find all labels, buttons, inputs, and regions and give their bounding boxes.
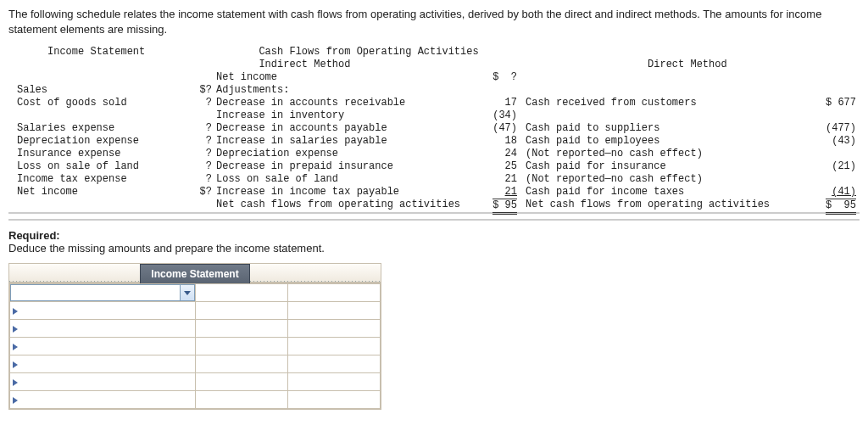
- amount-cell[interactable]: [287, 391, 380, 409]
- indirect-line: Increase in income tax payable: [216, 186, 399, 198]
- is-row-label: Salaries expense: [17, 122, 114, 134]
- triangle-icon: [13, 397, 18, 404]
- is-row-value: ?: [206, 160, 212, 172]
- is-row-value: $?: [200, 186, 212, 198]
- indirect-line: Increase in salaries payable: [216, 135, 387, 147]
- amount-cell[interactable]: [195, 338, 287, 355]
- indirect-line: Adjustments:: [216, 84, 289, 96]
- amount-cell[interactable]: [195, 355, 287, 373]
- tab-strip: [250, 263, 381, 283]
- indirect-value: 18: [505, 135, 517, 147]
- direct-value: $ 95: [826, 199, 856, 215]
- is-row-label: Net income: [17, 186, 78, 198]
- table-row: [10, 373, 381, 391]
- table-row: [10, 284, 381, 302]
- is-row-label: Loss on sale of land: [17, 160, 139, 172]
- amount-cell[interactable]: [287, 284, 380, 302]
- indirect-value: 25: [505, 160, 517, 172]
- required-heading: Required:: [8, 229, 60, 242]
- amount-cell[interactable]: [287, 320, 380, 338]
- cashflows-heading: Cash Flows from Operating Activities: [216, 46, 479, 58]
- direct-value: (21): [832, 160, 856, 172]
- indirect-value: (34): [492, 109, 517, 121]
- indirect-value: 21: [505, 186, 517, 198]
- required-text: Deduce the missing amounts and prepare t…: [8, 242, 325, 255]
- table-row: [10, 391, 381, 409]
- direct-line: Cash paid to suppliers: [526, 122, 659, 134]
- tab-income-statement[interactable]: Income Statement: [140, 264, 249, 283]
- item-cell[interactable]: [10, 338, 196, 355]
- table-row: [10, 355, 381, 373]
- triangle-icon: [13, 344, 18, 350]
- direct-value: $ 677: [826, 97, 856, 109]
- indirect-line: Increase in inventory: [216, 109, 344, 121]
- item-cell[interactable]: [10, 391, 196, 409]
- amount-cell[interactable]: [287, 338, 380, 355]
- tab-strip: [9, 263, 140, 283]
- direct-heading: Direct Method: [526, 59, 727, 70]
- direct-value: (43): [832, 135, 856, 147]
- direct-value: (477): [826, 122, 856, 134]
- item-cell[interactable]: [10, 320, 196, 338]
- indirect-line: Decrease in accounts receivable: [216, 97, 405, 109]
- amount-cell[interactable]: [287, 302, 380, 320]
- item-cell[interactable]: [10, 302, 196, 320]
- required-block: Required: Deduce the missing amounts and…: [8, 229, 860, 255]
- is-row-label: Insurance expense: [17, 148, 120, 160]
- triangle-icon: [13, 308, 18, 315]
- is-row-value: ?: [206, 97, 212, 109]
- is-row-label: Sales: [17, 84, 47, 96]
- indirect-line: Net income: [216, 71, 277, 83]
- dropdown-button[interactable]: [180, 284, 195, 301]
- problem-intro: The following schedule relates the incom…: [8, 7, 860, 37]
- is-row-value: ?: [206, 135, 212, 147]
- amount-cell[interactable]: [195, 302, 287, 320]
- item-dropdown-cell[interactable]: [10, 284, 196, 302]
- indirect-line: Net cash flows from operating activities: [216, 199, 460, 210]
- amount-cell[interactable]: [287, 355, 380, 373]
- indirect-line: Loss on sale of land: [216, 173, 338, 185]
- is-row-label: Depreciation expense: [17, 135, 139, 147]
- is-row-label: Cost of goods sold: [17, 97, 127, 109]
- is-row-value: $?: [200, 84, 212, 96]
- triangle-icon: [13, 379, 18, 386]
- table-row: [10, 302, 381, 320]
- direct-line: Cash received from customers: [526, 97, 697, 109]
- schedule: Income Statement Sales Cost of goods sol…: [8, 46, 860, 214]
- amount-cell[interactable]: [195, 284, 287, 302]
- direct-line: Cash paid to employees: [526, 135, 659, 147]
- dropdown-text[interactable]: [10, 284, 180, 301]
- direct-line: Net cash flows from operating activities: [526, 199, 770, 210]
- indirect-value: $ 95: [492, 199, 517, 215]
- indirect-value: 21: [505, 173, 517, 185]
- answer-area: Income Statement: [8, 263, 381, 410]
- indirect-line: Depreciation expense: [216, 148, 338, 160]
- table-row: [10, 320, 381, 338]
- direct-line: Cash paid for income taxes: [526, 186, 684, 198]
- triangle-icon: [13, 326, 18, 333]
- direct-line: (Not reported—no cash effect): [526, 148, 703, 160]
- table-row: [10, 338, 381, 355]
- income-statement-heading: Income Statement: [17, 46, 145, 58]
- income-statement-grid: [9, 283, 381, 409]
- divider: [8, 219, 860, 221]
- item-cell[interactable]: [10, 373, 196, 391]
- indirect-value: $ ?: [492, 71, 517, 83]
- indirect-value: (47): [492, 122, 517, 134]
- item-cell[interactable]: [10, 355, 196, 373]
- is-row-label: Income tax expense: [17, 173, 127, 185]
- amount-cell[interactable]: [195, 373, 287, 391]
- indirect-value: 24: [505, 148, 517, 160]
- direct-line: (Not reported—no cash effect): [526, 173, 703, 185]
- indirect-heading: Indirect Method: [216, 59, 350, 70]
- indirect-line: Decrease in prepaid insurance: [216, 160, 393, 172]
- indirect-line: Decrease in accounts payable: [216, 122, 387, 134]
- indirect-value: 17: [505, 97, 517, 109]
- triangle-icon: [13, 361, 18, 368]
- direct-value: (41): [832, 186, 856, 198]
- is-row-value: ?: [206, 173, 212, 185]
- amount-cell[interactable]: [195, 320, 287, 338]
- amount-cell[interactable]: [287, 373, 380, 391]
- direct-line: Cash paid for insurance: [526, 160, 666, 172]
- amount-cell[interactable]: [195, 391, 287, 409]
